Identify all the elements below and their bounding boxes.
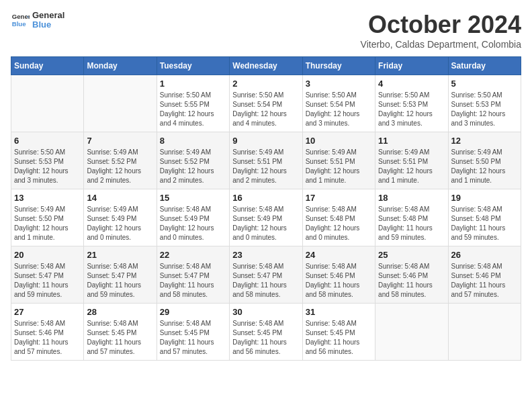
day-number: 21: [87, 250, 153, 260]
day-number: 4: [378, 79, 445, 89]
month-title: October 2024: [361, 11, 521, 39]
day-number: 26: [451, 250, 518, 260]
day-info: Sunrise: 5:49 AM Sunset: 5:51 PM Dayligh…: [232, 148, 299, 185]
calendar-cell: 24Sunrise: 5:48 AM Sunset: 5:46 PM Dayli…: [302, 246, 375, 304]
day-number: 7: [87, 136, 153, 146]
svg-text:General: General: [12, 13, 30, 21]
day-number: 24: [306, 250, 372, 260]
calendar-cell: [448, 304, 521, 361]
day-info: Sunrise: 5:48 AM Sunset: 5:46 PM Dayligh…: [306, 262, 372, 300]
calendar-cell: 28Sunrise: 5:48 AM Sunset: 5:45 PM Dayli…: [84, 304, 157, 361]
day-number: 25: [378, 250, 445, 260]
day-info: Sunrise: 5:48 AM Sunset: 5:47 PM Dayligh…: [14, 262, 81, 300]
day-number: 1: [160, 79, 226, 89]
day-info: Sunrise: 5:48 AM Sunset: 5:46 PM Dayligh…: [378, 262, 445, 300]
weekday-header: Tuesday: [157, 57, 229, 75]
calendar-cell: 19Sunrise: 5:48 AM Sunset: 5:48 PM Dayli…: [448, 189, 521, 246]
day-info: Sunrise: 5:48 AM Sunset: 5:47 PM Dayligh…: [232, 262, 299, 300]
day-number: 10: [306, 136, 372, 146]
day-info: Sunrise: 5:48 AM Sunset: 5:47 PM Dayligh…: [87, 262, 153, 300]
day-number: 20: [14, 250, 81, 260]
calendar-cell: 3Sunrise: 5:50 AM Sunset: 5:54 PM Daylig…: [302, 75, 375, 132]
calendar-cell: 7Sunrise: 5:49 AM Sunset: 5:52 PM Daylig…: [84, 132, 157, 189]
day-info: Sunrise: 5:48 AM Sunset: 5:47 PM Dayligh…: [160, 262, 226, 300]
calendar-week-row: 20Sunrise: 5:48 AM Sunset: 5:47 PM Dayli…: [11, 246, 521, 304]
day-info: Sunrise: 5:48 AM Sunset: 5:48 PM Dayligh…: [306, 205, 372, 242]
day-number: 22: [160, 250, 226, 260]
day-number: 18: [378, 193, 445, 203]
calendar-cell: [11, 75, 84, 132]
day-number: 28: [87, 307, 153, 317]
day-number: 12: [451, 136, 518, 146]
calendar-cell: 1Sunrise: 5:50 AM Sunset: 5:55 PM Daylig…: [157, 75, 229, 132]
calendar-cell: 17Sunrise: 5:48 AM Sunset: 5:48 PM Dayli…: [302, 189, 375, 246]
calendar-cell: 6Sunrise: 5:50 AM Sunset: 5:53 PM Daylig…: [11, 132, 84, 189]
calendar-cell: 11Sunrise: 5:49 AM Sunset: 5:51 PM Dayli…: [375, 132, 448, 189]
calendar-cell: 27Sunrise: 5:48 AM Sunset: 5:46 PM Dayli…: [11, 304, 84, 361]
day-info: Sunrise: 5:50 AM Sunset: 5:54 PM Dayligh…: [306, 91, 372, 128]
calendar-cell: 8Sunrise: 5:49 AM Sunset: 5:52 PM Daylig…: [157, 132, 229, 189]
day-info: Sunrise: 5:49 AM Sunset: 5:50 PM Dayligh…: [451, 148, 518, 185]
calendar-cell: 10Sunrise: 5:49 AM Sunset: 5:51 PM Dayli…: [302, 132, 375, 189]
calendar-cell: 9Sunrise: 5:49 AM Sunset: 5:51 PM Daylig…: [230, 132, 302, 189]
day-info: Sunrise: 5:50 AM Sunset: 5:54 PM Dayligh…: [232, 91, 299, 128]
day-number: 14: [87, 193, 153, 203]
day-info: Sunrise: 5:48 AM Sunset: 5:48 PM Dayligh…: [378, 205, 445, 242]
calendar-cell: 15Sunrise: 5:48 AM Sunset: 5:49 PM Dayli…: [157, 189, 229, 246]
svg-text:Blue: Blue: [12, 20, 26, 28]
day-number: 2: [232, 79, 299, 89]
day-number: 6: [14, 136, 81, 146]
calendar-cell: 20Sunrise: 5:48 AM Sunset: 5:47 PM Dayli…: [11, 246, 84, 304]
calendar-cell: 12Sunrise: 5:49 AM Sunset: 5:50 PM Dayli…: [448, 132, 521, 189]
location-subtitle: Viterbo, Caldas Department, Colombia: [361, 39, 521, 50]
day-number: 9: [232, 136, 299, 146]
calendar-cell: 4Sunrise: 5:50 AM Sunset: 5:53 PM Daylig…: [375, 75, 448, 132]
day-number: 11: [378, 136, 445, 146]
day-number: 30: [232, 307, 299, 317]
calendar-week-row: 6Sunrise: 5:50 AM Sunset: 5:53 PM Daylig…: [11, 132, 521, 189]
logo-line1: General: [32, 11, 64, 20]
day-number: 5: [451, 79, 518, 89]
calendar-cell: 18Sunrise: 5:48 AM Sunset: 5:48 PM Dayli…: [375, 189, 448, 246]
day-info: Sunrise: 5:50 AM Sunset: 5:53 PM Dayligh…: [451, 91, 518, 128]
calendar-cell: 5Sunrise: 5:50 AM Sunset: 5:53 PM Daylig…: [448, 75, 521, 132]
calendar-cell: 26Sunrise: 5:48 AM Sunset: 5:46 PM Dayli…: [448, 246, 521, 304]
day-info: Sunrise: 5:49 AM Sunset: 5:50 PM Dayligh…: [14, 205, 81, 242]
logo-line2: Blue: [32, 20, 64, 30]
day-number: 13: [14, 193, 81, 203]
weekday-header: Saturday: [448, 57, 521, 75]
day-info: Sunrise: 5:50 AM Sunset: 5:53 PM Dayligh…: [14, 148, 81, 185]
day-number: 8: [160, 136, 226, 146]
day-number: 3: [306, 79, 372, 89]
calendar-week-row: 13Sunrise: 5:49 AM Sunset: 5:50 PM Dayli…: [11, 189, 521, 246]
day-info: Sunrise: 5:48 AM Sunset: 5:46 PM Dayligh…: [14, 319, 81, 357]
weekday-header: Friday: [375, 57, 448, 75]
day-info: Sunrise: 5:48 AM Sunset: 5:46 PM Dayligh…: [451, 262, 518, 300]
logo-icon: General Blue: [11, 11, 30, 30]
day-number: 16: [232, 193, 299, 203]
day-number: 15: [160, 193, 226, 203]
day-info: Sunrise: 5:49 AM Sunset: 5:49 PM Dayligh…: [87, 205, 153, 242]
calendar-cell: 21Sunrise: 5:48 AM Sunset: 5:47 PM Dayli…: [84, 246, 157, 304]
weekday-header: Monday: [84, 57, 157, 75]
calendar-cell: 2Sunrise: 5:50 AM Sunset: 5:54 PM Daylig…: [230, 75, 302, 132]
day-info: Sunrise: 5:49 AM Sunset: 5:52 PM Dayligh…: [160, 148, 226, 185]
day-info: Sunrise: 5:48 AM Sunset: 5:45 PM Dayligh…: [87, 319, 153, 357]
day-info: Sunrise: 5:48 AM Sunset: 5:45 PM Dayligh…: [306, 319, 372, 357]
logo: General Blue General Blue: [11, 11, 64, 30]
day-info: Sunrise: 5:50 AM Sunset: 5:53 PM Dayligh…: [378, 91, 445, 128]
calendar-body: 1Sunrise: 5:50 AM Sunset: 5:55 PM Daylig…: [11, 75, 521, 361]
calendar-cell: [375, 304, 448, 361]
calendar-table: SundayMondayTuesdayWednesdayThursdayFrid…: [11, 56, 521, 361]
day-info: Sunrise: 5:49 AM Sunset: 5:52 PM Dayligh…: [87, 148, 153, 185]
calendar-cell: [84, 75, 157, 132]
day-number: 17: [306, 193, 372, 203]
day-number: 19: [451, 193, 518, 203]
day-info: Sunrise: 5:49 AM Sunset: 5:51 PM Dayligh…: [306, 148, 372, 185]
calendar-cell: 30Sunrise: 5:48 AM Sunset: 5:45 PM Dayli…: [230, 304, 302, 361]
calendar-header-row: SundayMondayTuesdayWednesdayThursdayFrid…: [11, 57, 521, 75]
day-info: Sunrise: 5:48 AM Sunset: 5:49 PM Dayligh…: [232, 205, 299, 242]
calendar-cell: 31Sunrise: 5:48 AM Sunset: 5:45 PM Dayli…: [302, 304, 375, 361]
calendar-cell: 23Sunrise: 5:48 AM Sunset: 5:47 PM Dayli…: [230, 246, 302, 304]
day-info: Sunrise: 5:50 AM Sunset: 5:55 PM Dayligh…: [160, 91, 226, 128]
